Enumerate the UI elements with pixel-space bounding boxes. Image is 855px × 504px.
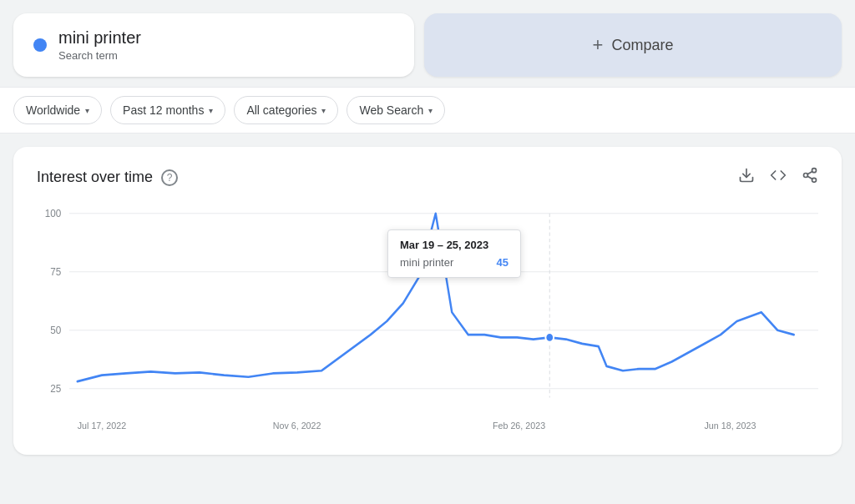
filter-category-label: All categories — [246, 103, 316, 117]
chevron-down-icon: ▾ — [321, 106, 326, 115]
svg-point-19 — [545, 333, 554, 342]
filters-bar: Worldwide ▾ Past 12 months ▾ All categor… — [0, 87, 855, 134]
chevron-down-icon: ▾ — [428, 106, 433, 115]
filter-search-type[interactable]: Web Search ▾ — [347, 96, 445, 124]
term-label: Search term — [58, 49, 141, 62]
chart-area: 100 75 50 25 Jul 17, 2022 Nov 6, 2022 Fe… — [37, 204, 818, 438]
filter-time-label: Past 12 months — [123, 103, 204, 117]
chevron-down-icon: ▾ — [85, 106, 89, 115]
top-section: mini printer Search term + Compare — [0, 0, 855, 87]
filter-category[interactable]: All categories ▾ — [234, 96, 338, 124]
svg-text:Feb 26, 2023: Feb 26, 2023 — [493, 421, 545, 431]
term-name: mini printer — [58, 28, 141, 48]
main-content: Interest over time ? — [0, 134, 855, 468]
svg-text:75: 75 — [50, 266, 61, 279]
svg-text:50: 50 — [50, 325, 61, 337]
plus-icon: + — [593, 34, 604, 56]
share-icon[interactable] — [802, 167, 818, 188]
chart-title: Interest over time — [37, 169, 153, 186]
filter-time[interactable]: Past 12 months ▾ — [110, 96, 225, 124]
filter-location[interactable]: Worldwide ▾ — [13, 96, 102, 124]
svg-text:Nov 6, 2022: Nov 6, 2022 — [273, 421, 321, 431]
chart-actions — [738, 167, 818, 188]
svg-text:Jun 18, 2023: Jun 18, 2023 — [705, 421, 756, 431]
chart-svg: 100 75 50 25 Jul 17, 2022 Nov 6, 2022 Fe… — [37, 204, 818, 438]
chart-card: Interest over time ? — [13, 147, 842, 455]
filter-location-label: Worldwide — [26, 103, 80, 117]
svg-text:100: 100 — [45, 208, 62, 220]
svg-line-4 — [807, 176, 812, 179]
search-term-card: mini printer Search term — [13, 13, 414, 77]
svg-text:25: 25 — [50, 383, 61, 396]
svg-line-5 — [807, 171, 812, 174]
blue-dot — [33, 38, 47, 52]
help-icon[interactable]: ? — [161, 169, 178, 186]
svg-text:Jul 17, 2022: Jul 17, 2022 — [78, 421, 126, 431]
filter-search-type-label: Web Search — [359, 103, 423, 117]
compare-label: Compare — [611, 37, 673, 54]
download-icon[interactable] — [738, 167, 755, 188]
search-term-text: mini printer Search term — [58, 28, 141, 62]
compare-card[interactable]: + Compare — [424, 13, 842, 77]
chart-title-group: Interest over time ? — [37, 169, 178, 186]
embed-icon[interactable] — [770, 167, 787, 188]
chevron-down-icon: ▾ — [209, 106, 213, 115]
chart-header: Interest over time ? — [37, 167, 818, 188]
